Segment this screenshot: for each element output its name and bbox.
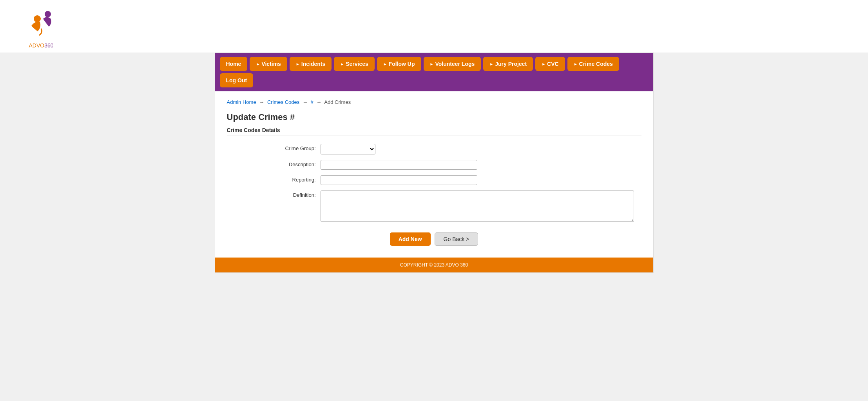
victims-arrow: ► [256, 62, 260, 66]
nav-cvc[interactable]: ► CVC [535, 57, 565, 71]
go-back-button[interactable]: Go Back > [435, 232, 478, 246]
crime-group-row: Crime Group: [258, 144, 611, 154]
form-area: Crime Group: Description: Reporting: [258, 144, 611, 223]
section-heading: Crime Codes Details [227, 127, 641, 136]
crime-group-control [321, 144, 611, 154]
followup-arrow: ► [383, 62, 387, 66]
definition-row: Definition: [258, 191, 611, 223]
nav-follow-up[interactable]: ► Follow Up [377, 57, 421, 71]
page-title: Update Crimes # [227, 112, 641, 122]
footer: COPYRIGHT © 2023 ADVO 360 [215, 258, 653, 272]
svg-point-0 [45, 11, 51, 17]
content-area: Admin Home → Crimes Codes → # → Add Crim… [215, 91, 653, 258]
nav-volunteer-logs[interactable]: ► Volunteer Logs [424, 57, 481, 71]
incidents-arrow: ► [296, 62, 300, 66]
logo-area: ADVO360 [0, 0, 868, 53]
nav-services[interactable]: ► Services [334, 57, 375, 71]
breadcrumb-current: Add Crimes [324, 99, 351, 105]
breadcrumb: Admin Home → Crimes Codes → # → Add Crim… [227, 99, 641, 105]
jury-arrow: ► [489, 62, 493, 66]
reporting-control [321, 175, 611, 185]
crime-group-label: Crime Group: [258, 144, 321, 151]
svg-point-1 [34, 15, 41, 22]
logo-icon [24, 7, 59, 42]
reporting-input[interactable] [321, 175, 477, 185]
description-label: Description: [258, 160, 321, 167]
description-control [321, 160, 611, 170]
breadcrumb-sep1: → [259, 99, 264, 105]
button-row: Add New Go Back > [227, 232, 641, 246]
breadcrumb-crimes-codes[interactable]: Crimes Codes [267, 99, 299, 105]
logo-container: ADVO360 [16, 7, 67, 49]
nav-incidents[interactable]: ► Incidents [290, 57, 332, 71]
cvc-arrow: ► [542, 62, 545, 66]
crimecodes-arrow: ► [574, 62, 578, 66]
nav-logout[interactable]: Log Out [220, 73, 254, 87]
definition-textarea[interactable] [321, 191, 634, 222]
nav-jury-project[interactable]: ► Jury Project [483, 57, 533, 71]
breadcrumb-sep3: → [316, 99, 321, 105]
reporting-label: Reporting: [258, 175, 321, 183]
logo-text: ADVO360 [29, 42, 53, 49]
definition-label: Definition: [258, 191, 321, 198]
main-container: Home ► Victims ► Incidents ► Services ► … [215, 53, 654, 273]
reporting-row: Reporting: [258, 175, 611, 185]
vollogs-arrow: ► [430, 62, 434, 66]
nav-crime-codes[interactable]: ► Crime Codes [567, 57, 619, 71]
copyright-text: COPYRIGHT © 2023 ADVO 360 [400, 262, 468, 268]
definition-control [321, 191, 634, 223]
navbar: Home ► Victims ► Incidents ► Services ► … [215, 53, 653, 91]
breadcrumb-admin-home[interactable]: Admin Home [227, 99, 256, 105]
nav-victims[interactable]: ► Victims [250, 57, 287, 71]
add-new-button[interactable]: Add New [390, 232, 431, 246]
services-arrow: ► [340, 62, 344, 66]
nav-home[interactable]: Home [220, 57, 248, 71]
crime-group-select[interactable] [321, 144, 375, 154]
breadcrumb-hash[interactable]: # [311, 99, 313, 105]
description-input[interactable] [321, 160, 477, 170]
breadcrumb-sep2: → [303, 99, 308, 105]
description-row: Description: [258, 160, 611, 170]
